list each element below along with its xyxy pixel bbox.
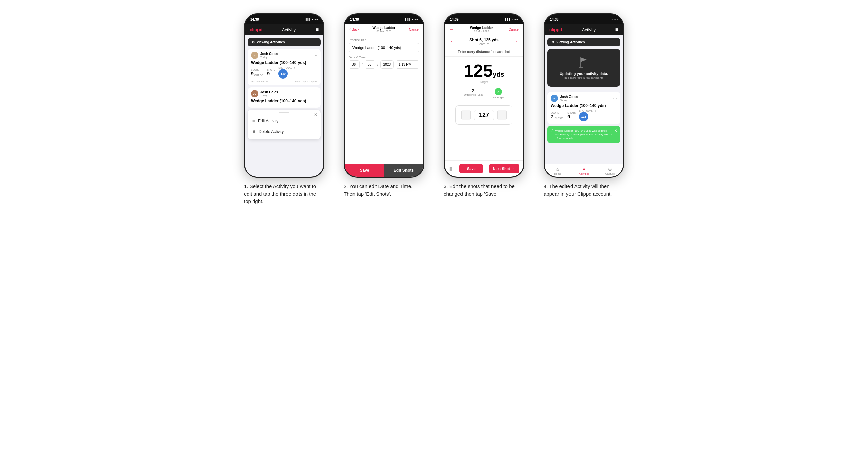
tab-capture-4[interactable]: ⊕ Capture [597,166,623,176]
delete-activity-item[interactable]: 🗑 Delete Activity [252,126,316,136]
back-btn-2[interactable]: < Back [349,28,359,31]
nav-menu-4[interactable]: ≡ [615,27,618,33]
phone-1-column: 14:38 ▐▐▐ ▲ 5G clippd Activity ≡ ⚙ Viewi… [239,13,329,205]
stepper-row-3: − + [456,105,513,125]
sep2-2: / [377,63,378,66]
status-icons-3: ▐▐▐ ▲ 5G [504,18,518,21]
phone-1-frame: 14:38 ▐▐▐ ▲ 5G clippd Activity ≡ ⚙ Viewi… [244,13,324,178]
month-field-2[interactable]: 03 [365,60,375,69]
tab-home-4[interactable]: ⌂ Home [545,166,571,176]
edit-shots-btn-2[interactable]: Edit Shots [384,164,423,177]
carry-instruction-3: Enter carry distance for each shot [445,47,523,57]
back-title-3: Wedge Ladder [470,26,493,30]
status-icons-2: ▐▐▐ ▲ 5G [404,18,418,21]
card-title-1: Wedge Ladder (100–140 yds) [251,60,317,65]
diff-label-3: Difference (yds) [464,93,483,96]
diff-value-3: 2 [464,88,483,93]
viewing-icon-4: ⚙ [551,40,554,44]
logo-1: clippd [250,27,262,32]
save-btn-2[interactable]: Save [345,164,384,177]
delete-shot-btn-3[interactable]: 🗑 [449,166,454,172]
bottom-sheet-1: ✕ ✏ Edit Activity 🗑 Delete Activity [248,110,321,139]
time-field-2[interactable]: 1:13 PM [396,60,419,69]
tab-bar-4: ⌂ Home ♦ Activities ⊕ Capture [545,164,623,177]
form-section-2: Practice Title Date & Time 06 / 03 / 202… [345,35,423,72]
viewing-label-1: Viewing Activities [256,40,285,44]
notch-4 [569,14,599,22]
viewing-icon-1: ⚙ [252,40,254,44]
phone-3-frame: 14:39 ▐▐▐ ▲ 5G ← Wedge Ladder 06 Mar 202… [444,13,524,178]
phone-1-content: clippd Activity ≡ ⚙ Viewing Activities J… [245,24,323,177]
home-icon-4: ⌂ [556,166,559,172]
practice-label-2: Practice Title [349,38,419,41]
back-bar-3: ← Wedge Ladder 06 Mar 2023 Cancel [445,24,523,35]
activity-card-4: JC Josh Coles Today ··· Wedge Ladder (10… [547,92,620,124]
day-field-2[interactable]: 06 [349,60,360,69]
svg-marker-1 [581,57,587,62]
card-footer-1: Test Information Data: Clippd Capture [251,80,317,83]
caption-1: 1. Select the Activity you want to edit … [244,183,324,205]
user-name-1: Josh Coles [260,52,313,56]
toast-check-icon: ✓ [551,129,553,132]
back-btn-3[interactable]: ← [449,26,454,32]
card-title-2: Wedge Ladder (100–140 yds) [251,99,317,103]
dots-btn-4[interactable]: ··· [613,96,617,101]
phone-2-frame: 14:38 ▐▐▐ ▲ 5G < Back Wedge Ladder 06 Ma… [344,13,424,178]
tab-activities-label-4: Activities [579,173,589,176]
cancel-btn-3[interactable]: Cancel [509,28,519,31]
status-time-1: 14:38 [250,18,259,22]
status-time-3: 14:39 [450,18,459,22]
nav-bar-1: clippd Activity ≡ [245,24,323,35]
back-subtitle-3: 06 Mar 2023 [470,30,493,33]
hit-target-label-3: Hit Target [493,96,504,99]
toast-text-4: 'Wedge Ladder (100–140 yds)' was updated… [555,129,613,140]
year-field-2[interactable]: 2023 [380,60,394,69]
viewing-bar-1: ⚙ Viewing Activities [248,38,321,46]
yds-value-3: 125 [464,61,493,81]
avatar-4: JC [551,95,558,102]
tab-activities-4[interactable]: ♦ Activities [571,166,597,176]
back-subtitle-2: 06 Mar 2023 [373,30,396,33]
sep1-2: / [362,63,363,66]
decrement-btn-3[interactable]: − [461,110,470,120]
toast-close-btn[interactable]: ✕ [615,129,617,132]
datetime-label-2: Date & Time [349,56,419,59]
diff-stat-3: 2 Difference (yds) [464,88,483,99]
back-bar-2: < Back Wedge Ladder 06 Mar 2023 Cancel [345,24,423,35]
next-arrow-icon: → [512,167,515,171]
caption-4: 4. The edited Activity will then appear … [544,183,624,197]
phone-4-frame: 14:38 ▲ 5G clippd Activity ≡ ⚙ Viewing A… [544,13,624,178]
shot-action-bar-3: 🗑 Save Next Shot → [445,160,523,177]
next-shot-arrow[interactable]: → [513,39,518,44]
edit-activity-item[interactable]: ✏ Edit Activity [252,116,316,126]
card-title-4: Wedge Ladder (100–140 yds) [551,103,617,108]
sheet-handle [279,113,289,114]
datetime-row-2: 06 / 03 / 2023 1:13 PM [349,60,419,69]
sheet-close-btn[interactable]: ✕ [314,113,317,117]
yds-unit-3: yds [493,71,504,78]
avatar-1: JC [251,52,258,59]
notch-2 [369,14,399,22]
delete-icon: 🗑 [252,129,256,133]
practice-input-2[interactable] [349,43,419,52]
increment-btn-3[interactable]: + [497,110,507,120]
cancel-btn-2[interactable]: Cancel [409,28,419,31]
save-shot-btn-3[interactable]: Save [460,164,483,174]
shot-header-3: ← Shot 6, 125 yds Score 7/9 → [445,35,523,47]
bottom-buttons-2: Save Edit Shots [345,164,423,177]
stepper-input-3[interactable] [474,110,494,120]
score-stat-4: Score 7 OUT OF [551,112,564,119]
nav-menu-1[interactable]: ≡ [316,27,319,33]
user-date-4: Today [560,99,613,102]
avatar-2: JC [251,90,258,97]
updating-box-4: Updating your activity data. This may ta… [547,49,620,87]
dots-btn-1[interactable]: ··· [313,53,317,58]
dots-btn-2[interactable]: ··· [313,91,317,96]
back-center-2: Wedge Ladder 06 Mar 2023 [373,26,396,33]
prev-shot-btn[interactable]: ← [450,39,456,44]
next-shot-btn-3[interactable]: Next Shot → [489,164,519,174]
hit-target-stat-3: ✓ Hit Target [493,88,504,99]
quality-stat-4: Shot Quality 118 [579,110,596,121]
user-info-4: Josh Coles Today [560,95,613,102]
card-header-4: JC Josh Coles Today ··· [551,95,617,102]
